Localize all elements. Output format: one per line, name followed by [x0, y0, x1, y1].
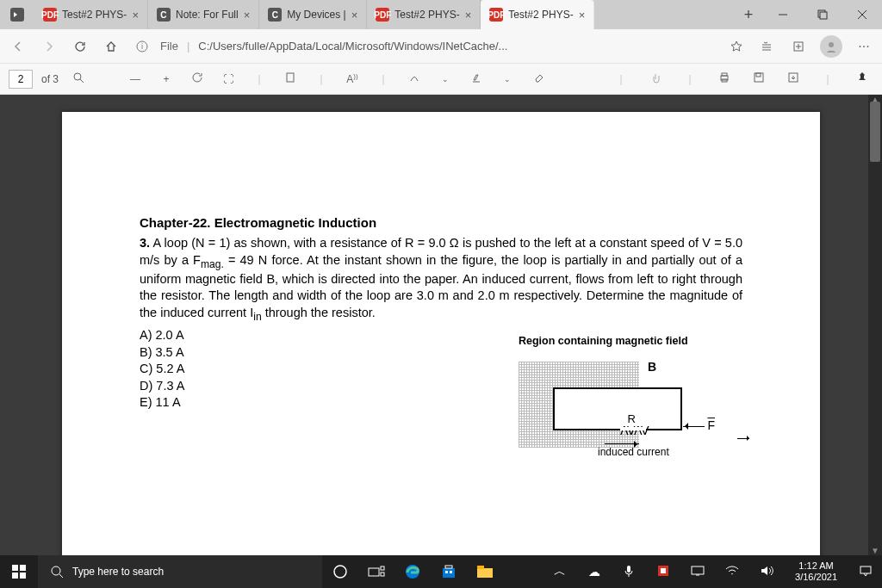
tab-close-icon[interactable]: × [132, 9, 139, 22]
volume-icon[interactable] [755, 565, 778, 579]
tab-close-icon[interactable]: × [465, 9, 472, 22]
file-label: File [160, 40, 178, 53]
svg-rect-3 [820, 12, 827, 19]
security-icon[interactable] [652, 565, 674, 579]
pdf-viewer[interactable]: Chapter-22. Electromagnetic Induction 3.… [0, 95, 882, 555]
svg-rect-29 [369, 568, 379, 576]
notifications-icon[interactable] [854, 565, 877, 579]
question-text: 3. A loop (N = 1) as shown, with a resis… [140, 235, 742, 324]
svg-point-12 [74, 73, 81, 80]
tab-title: Test#2 PHYS- [394, 9, 459, 21]
svg-rect-14 [287, 73, 294, 82]
maximize-button[interactable] [803, 0, 842, 29]
back-button[interactable] [9, 37, 28, 56]
window-controls [763, 0, 882, 29]
tab-title: Test#2 PHYS- [508, 9, 573, 21]
save-button[interactable] [748, 71, 770, 86]
draw-chevron[interactable]: ⌄ [434, 75, 457, 84]
address-bar: i File | C:/Users/fulle/AppData/Local/Mi… [0, 29, 882, 64]
tab-close-icon[interactable]: × [351, 9, 358, 22]
favorites-list-button[interactable] [758, 37, 777, 56]
clock[interactable]: 1:12 AM 3/16/2021 [790, 560, 842, 582]
display-icon[interactable] [686, 565, 709, 579]
print-button[interactable] [713, 71, 736, 86]
wifi-icon[interactable] [721, 565, 743, 579]
svg-rect-17 [722, 73, 727, 76]
svg-rect-35 [445, 571, 448, 573]
browser-tab[interactable]: PDFTest#2 PHYS-× [367, 0, 481, 29]
figure: Region containing magnetic field B F R ᐱ… [519, 362, 742, 448]
find-button[interactable] [67, 71, 90, 86]
erase-button[interactable] [527, 71, 550, 86]
tray-chevron-icon[interactable]: ︿ [549, 564, 571, 579]
chegg-icon: C [157, 8, 171, 22]
pdf-icon: PDF [376, 8, 389, 22]
browser-tab[interactable]: PDFTest#2 PHYS-× [481, 0, 594, 29]
saveas-button[interactable] [782, 71, 804, 86]
svg-rect-34 [445, 566, 452, 568]
url-display[interactable]: i File | C:/Users/fulle/AppData/Local/Mi… [133, 37, 715, 56]
pin-toolbar-button[interactable] [851, 71, 873, 86]
refresh-button[interactable] [71, 37, 90, 56]
page-view-button[interactable] [279, 71, 301, 86]
browser-tab[interactable]: CNote: For Full× [148, 0, 259, 29]
zoom-in-button[interactable]: + [155, 73, 177, 85]
tab-close-icon[interactable]: × [579, 9, 586, 22]
forward-button[interactable] [40, 37, 59, 56]
home-button[interactable] [102, 37, 121, 56]
weather-icon[interactable]: ☁ [583, 565, 606, 579]
profile-button[interactable] [820, 35, 842, 58]
svg-rect-22 [12, 565, 18, 571]
svg-text:i: i [141, 42, 143, 51]
loop: F R ᐱᐯᐱᐯ induced current [553, 387, 682, 430]
close-button[interactable] [842, 0, 882, 29]
svg-rect-25 [20, 573, 26, 579]
chegg-icon: C [268, 8, 282, 22]
tab-title: Note: For Full [176, 9, 239, 21]
scrollbar[interactable]: ▲ ▼ [868, 95, 882, 555]
chapter-heading: Chapter-22. Electromagnetic Induction [140, 215, 742, 230]
tab-title: Test#2 PHYS- [62, 9, 127, 21]
task-icons [322, 555, 503, 588]
url-path: C:/Users/fulle/AppData/Local/Microsoft/W… [198, 40, 507, 53]
pdf-toolbar: of 3 — + ⛶ | | A)) | ⌄ ⌄ | | | [0, 64, 882, 95]
rotate-button[interactable] [186, 71, 208, 86]
svg-rect-20 [756, 73, 761, 77]
mic-icon[interactable] [618, 565, 640, 579]
explorer-icon[interactable] [467, 555, 503, 588]
scroll-down-icon[interactable]: ▼ [868, 546, 882, 555]
app-icon [0, 0, 34, 29]
browser-tab[interactable]: PDFTest#2 PHYS-× [34, 0, 148, 29]
fit-button[interactable]: ⛶ [217, 73, 239, 85]
force-label: F [707, 418, 715, 432]
taskbar-search[interactable]: Type here to search [38, 555, 322, 588]
svg-rect-31 [381, 573, 384, 576]
collections-button[interactable] [789, 37, 808, 56]
draw-button[interactable] [403, 71, 425, 86]
favorite-button[interactable] [727, 37, 746, 56]
svg-rect-30 [381, 566, 384, 570]
minimize-button[interactable] [763, 0, 803, 29]
scroll-thumb[interactable] [870, 102, 880, 162]
cortana-icon[interactable] [322, 555, 358, 588]
pdf-icon: PDF [43, 8, 57, 22]
highlight-button[interactable] [465, 71, 488, 86]
read-aloud-button[interactable]: A)) [341, 72, 363, 85]
store-icon[interactable] [431, 555, 467, 588]
page-input[interactable] [9, 70, 33, 89]
taskview-icon[interactable] [358, 555, 394, 588]
start-button[interactable] [0, 555, 38, 588]
touch-button[interactable] [644, 71, 667, 86]
svg-rect-23 [20, 565, 26, 571]
svg-line-13 [80, 79, 84, 83]
svg-point-11 [829, 42, 834, 47]
svg-rect-43 [860, 566, 871, 573]
svg-rect-24 [12, 573, 18, 579]
tab-close-icon[interactable]: × [244, 9, 251, 22]
more-button[interactable]: ··· [854, 37, 873, 56]
new-tab-button[interactable]: + [734, 0, 763, 29]
edge-icon[interactable] [394, 555, 431, 588]
zoom-out-button[interactable]: — [124, 73, 146, 85]
highlight-chevron[interactable]: ⌄ [496, 75, 519, 84]
browser-tab[interactable]: CMy Devices |× [259, 0, 367, 29]
